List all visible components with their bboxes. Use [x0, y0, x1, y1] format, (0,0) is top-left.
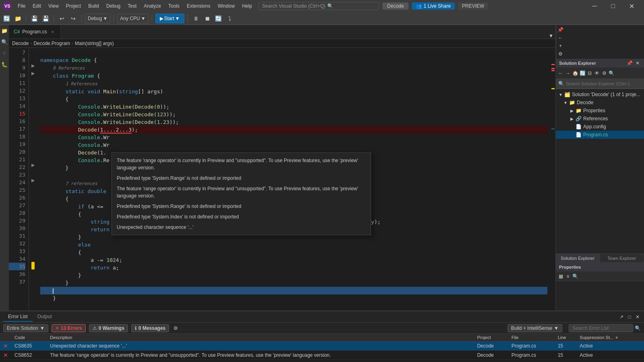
platform-dropdown[interactable]: Any CPU ▼: [117, 14, 148, 23]
undo-icon[interactable]: ↩: [57, 14, 67, 23]
liveshare-button[interactable]: 👥 1 Live Share: [412, 2, 454, 10]
open-icon[interactable]: 📁: [13, 14, 23, 23]
redo-icon[interactable]: ↪: [68, 14, 78, 23]
toolbar-sep-6: [188, 14, 188, 23]
code-editor[interactable]: 7 8 9 10 11 12 13 14 15 16 17 18 19 20 2…: [9, 48, 555, 311]
se-forward-icon[interactable]: →: [565, 70, 571, 76]
menu-tools[interactable]: Tools: [165, 2, 183, 10]
menu-analyze[interactable]: Analyze: [140, 2, 164, 10]
tab-solution-explorer[interactable]: Solution Explorer: [556, 254, 600, 262]
error-row[interactable]: ✕ CS8635 Unexpected character sequence '…: [0, 341, 644, 351]
se-settings-icon[interactable]: ⚙: [601, 70, 607, 76]
save-icon[interactable]: 💾: [29, 14, 39, 23]
col-suppression[interactable]: Suppression St... ▼: [576, 334, 644, 341]
bottom-tab-output[interactable]: Output: [33, 312, 57, 322]
bottom-tab-errors[interactable]: Error List: [3, 312, 33, 322]
tab-close-button[interactable]: ×: [50, 29, 56, 35]
scroll-indicators[interactable]: [551, 48, 555, 311]
col-file[interactable]: File: [508, 334, 555, 341]
build-filter-dropdown[interactable]: Build + IntelliSense ▼: [508, 324, 562, 332]
prop-search-icon[interactable]: 🔍: [572, 273, 578, 280]
tree-properties[interactable]: ▶ 📁 Properties: [556, 107, 644, 115]
tree-references[interactable]: ▶ 🔗 References: [556, 115, 644, 123]
step-over-icon[interactable]: ⤵: [225, 14, 235, 23]
gutter: ▶ ▶ ▶ ▶: [29, 48, 37, 311]
tab-program-cs[interactable]: C# Program.cs ×: [9, 25, 61, 39]
close-button[interactable]: ✕: [622, 0, 641, 12]
menu-edit[interactable]: Edit: [29, 2, 44, 10]
tree-decode[interactable]: ▼ 📁 Decode: [556, 99, 644, 107]
activity-search-icon[interactable]: 🔍: [0, 38, 8, 46]
activity-debug-icon[interactable]: 🐛: [0, 60, 8, 68]
menu-project[interactable]: Project: [63, 2, 84, 10]
menu-build[interactable]: Build: [85, 2, 102, 10]
debug-config-dropdown[interactable]: Debug ▼: [85, 14, 110, 23]
bottom-float-icon[interactable]: ↗: [618, 314, 625, 320]
menu-file[interactable]: File: [14, 2, 29, 10]
se-filter-icon[interactable]: 🔍: [608, 70, 615, 76]
se-pin-icon[interactable]: 📌: [626, 60, 633, 66]
error-filter-icon: ✕: [55, 325, 59, 331]
minimize-button[interactable]: ─: [585, 0, 604, 12]
activity-explorer-icon[interactable]: 📁: [0, 27, 8, 35]
error-filter-options-icon[interactable]: ⚙: [172, 325, 179, 331]
preview-button[interactable]: PREVIEW: [458, 2, 488, 10]
menu-window[interactable]: Window: [215, 2, 238, 10]
col-icon[interactable]: [0, 334, 11, 341]
bottom-close-icon[interactable]: ✕: [634, 314, 641, 320]
bottom-maximize-icon[interactable]: □: [626, 314, 633, 320]
messages-filter-button[interactable]: ℹ 0 Messages: [131, 324, 169, 332]
panel-icon-3[interactable]: +: [557, 43, 564, 49]
se-back-icon[interactable]: ←: [557, 70, 564, 76]
new-project-icon[interactable]: 🔄: [2, 14, 11, 23]
tab-list-button[interactable]: ▼: [547, 33, 555, 39]
activity-git-icon[interactable]: ⑂: [0, 49, 8, 57]
se-show-all-icon[interactable]: 👁: [594, 70, 600, 76]
filter-icon[interactable]: ▼: [615, 335, 619, 340]
tree-label-programcs: Program.cs: [583, 132, 608, 138]
errors-filter-button[interactable]: ✕ 13 Errors: [52, 324, 86, 332]
tree-programcs[interactable]: 📄 Program.cs: [556, 131, 644, 139]
solution-search-input[interactable]: [566, 81, 642, 86]
se-collapse-icon[interactable]: ⊟: [586, 70, 593, 76]
col-description[interactable]: Description: [47, 334, 474, 341]
panel-icon-1[interactable]: 📌: [557, 27, 564, 33]
global-search[interactable]: Search Visual Studio (Ctrl+Q) 🔍: [258, 2, 379, 10]
error-row[interactable]: ✕ CS0518 Predefined type 'System.Range' …: [0, 360, 644, 362]
save-all-icon[interactable]: 💾: [41, 14, 50, 23]
se-sync-icon[interactable]: 🔄: [579, 70, 586, 76]
se-home-icon[interactable]: 🏠: [572, 70, 578, 76]
tree-solution[interactable]: ▼ 🗂️ Solution 'Decode' (1 of 1 proje...: [556, 90, 644, 99]
col-line[interactable]: Line: [555, 334, 577, 341]
prop-sort-icon[interactable]: ≡: [565, 273, 571, 280]
tree-appconfig[interactable]: 📄 App.config: [556, 123, 644, 131]
maximize-button[interactable]: □: [604, 0, 622, 12]
error-row[interactable]: ✕ CS8652 The feature 'range operator' is…: [0, 351, 644, 360]
panel-tabs: Solution Explorer Team Explorer: [556, 253, 644, 262]
menu-extensions[interactable]: Extensions: [184, 2, 214, 10]
col-code[interactable]: Code: [11, 334, 47, 341]
panel-icon-4[interactable]: ⚙: [557, 51, 564, 57]
se-close-icon[interactable]: ✕: [634, 60, 641, 66]
warnings-filter-button[interactable]: ⚠ 0 Warnings: [89, 324, 128, 332]
stop-icon[interactable]: ⏹: [202, 14, 212, 23]
breadcrumb-class[interactable]: Decode.Program: [33, 41, 70, 46]
col-project[interactable]: Project: [474, 334, 508, 341]
menu-test[interactable]: Test: [124, 2, 140, 10]
breadcrumb-file[interactable]: Decode: [12, 41, 29, 46]
menu-view[interactable]: View: [45, 2, 62, 10]
tooltip-line-4: Predefined type 'System.Range' is not de…: [112, 201, 371, 212]
tree-label-solution: Solution 'Decode' (1 of 1 proje...: [572, 92, 640, 97]
menu-help[interactable]: Help: [239, 2, 255, 10]
pause-icon[interactable]: ⏸: [191, 14, 201, 23]
solution-filter[interactable]: Entire Solution ▼: [3, 324, 48, 332]
start-button[interactable]: ▶ Start ▼: [155, 14, 184, 23]
menu-debug[interactable]: Debug: [103, 2, 124, 10]
panel-icon-2[interactable]: ←: [557, 35, 564, 41]
prop-grid-icon[interactable]: ▦: [557, 273, 564, 280]
restart-icon[interactable]: 🔄: [214, 14, 223, 23]
tooltip-line-2: Predefined type 'System.Range' is not de…: [112, 173, 371, 183]
breadcrumb-member[interactable]: Main(string[] args): [75, 41, 114, 46]
tab-team-explorer[interactable]: Team Explorer: [600, 254, 644, 262]
error-search-input[interactable]: [569, 324, 633, 332]
